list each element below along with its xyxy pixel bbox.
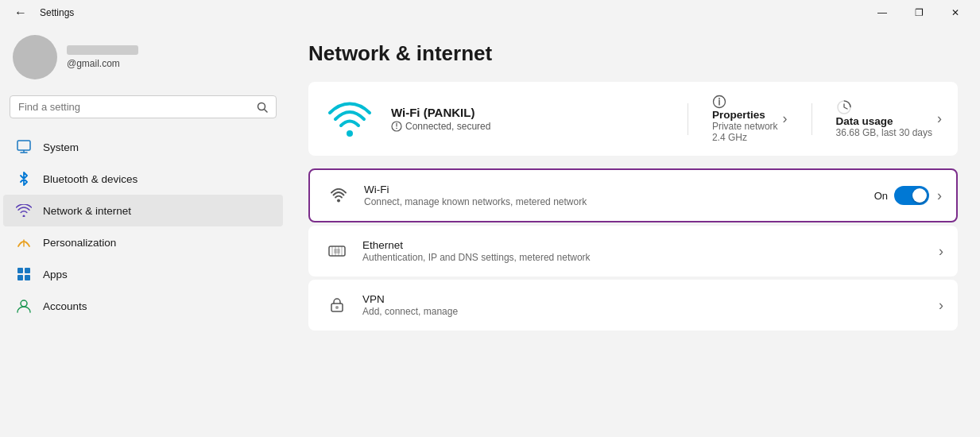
search-box[interactable] [10,95,277,118]
wifi-signal-hero-icon [324,99,375,140]
wifi-setting-card: Wi-Fi Connect, manage known networks, me… [308,168,958,222]
wifi-toggle[interactable] [894,186,929,205]
nav-item-personalization[interactable]: Personalization [3,226,283,258]
vpn-icon [323,291,351,319]
search-input[interactable] [18,101,250,113]
ethernet-row-right: › [939,243,943,260]
wifi-settings-row[interactable]: Wi-Fi Connect, manage known networks, me… [310,170,956,221]
wifi-connected-status: Connected, secured [405,121,490,132]
ethernet-row[interactable]: Ethernet Authentication, IP and DNS sett… [308,226,958,277]
bluetooth-label: Bluetooth & devices [43,173,138,185]
svg-point-26 [335,306,339,309]
search-icon [257,102,268,113]
ethernet-chevron: › [939,243,943,260]
user-info: @gmail.com [67,45,138,69]
svg-rect-6 [17,268,23,273]
maximize-button[interactable]: ❐ [901,0,937,25]
personalization-icon [16,234,32,250]
data-usage-chevron: › [937,110,942,127]
nav-item-apps[interactable]: Apps [3,258,283,290]
vpn-chevron: › [939,297,943,314]
svg-point-14 [396,128,397,130]
wifi-row-right: On › [874,186,942,205]
close-button[interactable]: ✕ [937,0,974,25]
wifi-network-name: Wi-Fi (PANKIL) [391,106,664,119]
hero-divider-1 [688,103,688,135]
data-usage-icon [836,99,852,115]
network-icon [16,203,32,218]
accounts-icon [16,298,32,314]
user-profile: @gmail.com [0,25,286,92]
svg-rect-7 [25,268,30,273]
sidebar: @gmail.com System [0,25,286,437]
ethernet-icon [323,237,351,265]
svg-point-11 [347,130,353,137]
apps-icon [16,266,32,282]
svg-point-10 [21,300,27,307]
svg-line-1 [265,109,268,112]
data-usage-title: Data usage [836,115,893,127]
properties-title: Properties [712,109,765,121]
wifi-hero-info: Wi-Fi (PANKIL) Connected, secured [391,106,664,132]
system-label: System [43,141,79,153]
vpn-card: VPN Add, connect, manage › [308,280,958,331]
bluetooth-icon [16,171,32,187]
apps-label: Apps [43,269,68,280]
nav-item-accounts[interactable]: Accounts [3,290,283,322]
minimize-button[interactable]: — [864,0,901,25]
vpn-row-right: › [939,297,943,314]
wifi-toggle-wrap[interactable]: On [874,186,929,205]
titlebar: ← Settings — ❐ ✕ [0,0,980,25]
svg-rect-24 [334,249,340,253]
svg-point-18 [337,199,340,203]
avatar [13,35,57,79]
app-body: @gmail.com System [0,25,980,437]
wifi-status: Connected, secured [391,121,664,132]
properties-sub: Private network2.4 GHz [712,121,778,143]
wifi-row-icon [324,181,353,210]
ethernet-row-title: Ethernet [362,239,939,251]
nav-item-system[interactable]: System [3,131,283,163]
user-name-placeholder [67,45,138,55]
data-usage-sub: 36.68 GB, last 30 days [836,127,932,138]
svg-point-17 [719,98,720,99]
system-icon [16,139,32,155]
wifi-hero-card: Wi-Fi (PANKIL) Connected, secured [308,82,958,156]
ethernet-row-text: Ethernet Authentication, IP and DNS sett… [362,239,939,263]
nav-item-network[interactable]: Network & internet [3,195,283,226]
vpn-row-text: VPN Add, connect, manage [362,293,939,317]
vpn-row-subtitle: Add, connect, manage [362,306,939,317]
vpn-row[interactable]: VPN Add, connect, manage › [308,280,958,331]
properties-action[interactable]: Properties Private network2.4 GHz › [712,95,788,143]
toggle-knob [912,188,927,203]
properties-icon [712,95,726,109]
properties-chevron: › [783,110,788,127]
wifi-row-text: Wi-Fi Connect, manage known networks, me… [364,184,874,207]
wifi-row-subtitle: Connect, manage known networks, metered … [364,196,874,207]
ethernet-card: Ethernet Authentication, IP and DNS sett… [308,226,958,277]
ethernet-row-subtitle: Authentication, IP and DNS settings, met… [362,252,939,263]
svg-rect-2 [17,141,30,150]
nav-item-bluetooth[interactable]: Bluetooth & devices [3,163,283,195]
titlebar-left: ← Settings [10,4,74,21]
window-controls: — ❐ ✕ [864,0,974,25]
hero-divider-2 [812,103,812,135]
content-area: Network & internet Wi-Fi (PANKIL) [286,25,980,437]
back-button[interactable]: ← [10,4,32,21]
svg-rect-9 [25,275,30,280]
wifi-row-title: Wi-Fi [364,184,874,195]
wifi-toggle-label: On [874,190,888,202]
accounts-label: Accounts [43,300,87,312]
wifi-row-chevron: › [937,188,942,204]
network-label: Network & internet [43,205,131,217]
personalization-label: Personalization [43,237,116,249]
vpn-row-title: VPN [362,293,939,305]
svg-rect-8 [17,275,23,280]
app-title: Settings [40,7,74,18]
user-email: @gmail.com [67,58,138,69]
page-title: Network & internet [308,41,958,66]
data-usage-action[interactable]: Data usage 36.68 GB, last 30 days › [836,99,942,138]
